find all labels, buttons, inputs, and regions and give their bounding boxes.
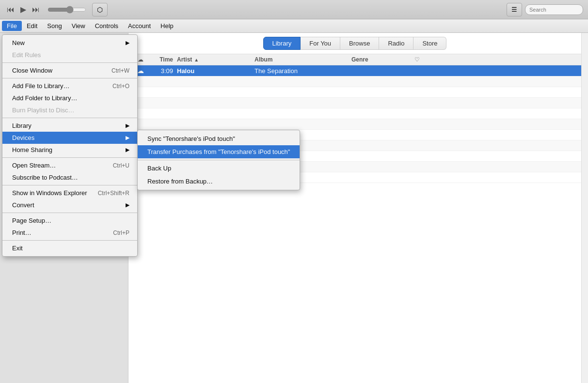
row-album: The Separation: [254, 67, 351, 75]
table-row-empty-1: [128, 77, 581, 87]
volume-slider[interactable]: [48, 6, 86, 14]
table-row[interactable]: ☁ 3:09 Halou The Separation: [128, 65, 581, 77]
header-heart: ♡: [410, 56, 424, 63]
menu-open-stream[interactable]: Open Stream… Ctrl+U: [2, 159, 137, 171]
sep1: [2, 62, 137, 63]
row-artist: Halou: [177, 67, 254, 75]
transport-controls: ⏮ ▶ ⏭ ⬡: [5, 3, 108, 16]
add-file-shortcut: Ctrl+O: [112, 83, 129, 90]
menu-subscribe-podcast[interactable]: Subscribe to Podcast…: [2, 171, 137, 184]
new-arrow: ▶: [126, 40, 129, 46]
menu-burn-playlist: Burn Playlist to Disc…: [2, 104, 137, 116]
tab-for-you[interactable]: For You: [301, 37, 340, 50]
menu-close-window[interactable]: Close Window Ctrl+W: [2, 64, 137, 77]
play-button[interactable]: ▶: [18, 4, 28, 15]
sort-arrow-artist: ▲: [194, 57, 199, 62]
convert-arrow: ▶: [126, 202, 129, 208]
content-area: Library For You Browse Radio Store ☁ Tim…: [128, 33, 581, 383]
devices-submenu: Sync "Tenorshare's iPod touch" Transfer …: [137, 130, 300, 190]
menu-item-controls[interactable]: Controls: [90, 21, 123, 31]
sep7: [2, 240, 137, 241]
header-genre[interactable]: Genre: [351, 56, 410, 63]
search-input[interactable]: [525, 4, 583, 15]
title-bar: ⏮ ▶ ⏭ ⬡ ☰: [0, 0, 588, 19]
tab-browse[interactable]: Browse: [340, 37, 379, 50]
scrollbar[interactable]: [581, 33, 588, 383]
sep4: [2, 157, 137, 158]
list-view-button[interactable]: ☰: [507, 3, 522, 16]
open-stream-shortcut: Ctrl+U: [113, 162, 129, 169]
rewind-button[interactable]: ⏮: [5, 4, 16, 15]
sep3: [2, 118, 137, 118]
menu-page-setup[interactable]: Page Setup…: [2, 214, 137, 227]
menu-item-view[interactable]: View: [67, 21, 90, 31]
menu-devices[interactable]: Devices ▶ Sync "Tenorshare's iPod touch"…: [2, 132, 137, 144]
menu-print[interactable]: Print… Ctrl+P: [2, 227, 137, 239]
menu-item-file[interactable]: File New ▶ Edit Rules Close Window Ctrl+…: [2, 21, 22, 31]
home-sharing-arrow: ▶: [126, 147, 129, 153]
table-header: ☁ Time Artist ▲ Album Genre ♡: [128, 54, 581, 65]
forward-button[interactable]: ⏭: [30, 4, 42, 15]
menu-library[interactable]: Library ▶: [2, 120, 137, 132]
menu-item-account[interactable]: Account: [123, 21, 156, 31]
file-dropdown: New ▶ Edit Rules Close Window Ctrl+W Add…: [2, 34, 138, 257]
table-row-empty-3: [128, 98, 581, 108]
menu-bar: File New ▶ Edit Rules Close Window Ctrl+…: [0, 19, 588, 33]
right-controls: ☰: [507, 3, 583, 16]
tab-store[interactable]: Store: [413, 37, 446, 50]
menu-edit-rules: Edit Rules: [2, 49, 137, 61]
menu-exit[interactable]: Exit: [2, 242, 137, 254]
sep5: [2, 185, 137, 185]
menu-add-folder[interactable]: Add Folder to Library…: [2, 92, 137, 104]
submenu-transfer[interactable]: Transfer Purchases from "Tenorshare's iP…: [138, 145, 300, 158]
header-artist[interactable]: Artist ▲: [177, 56, 254, 63]
tab-library[interactable]: Library: [263, 37, 301, 50]
header-time[interactable]: Time: [148, 56, 177, 63]
menu-show-explorer[interactable]: Show in Windows Explorer Ctrl+Shift+R: [2, 187, 137, 199]
menu-item-help[interactable]: Help: [156, 21, 178, 31]
row-time: 3:09: [148, 67, 177, 75]
nav-tabs: Library For You Browse Radio Store: [128, 33, 581, 54]
menu-convert[interactable]: Convert ▶: [2, 199, 137, 211]
devices-arrow: ▶: [126, 135, 129, 141]
submenu-sep: [138, 160, 300, 160]
submenu-backup[interactable]: Back Up: [138, 162, 300, 175]
sep6: [2, 213, 137, 213]
close-window-shortcut: Ctrl+W: [111, 67, 129, 74]
menu-item-edit[interactable]: Edit: [22, 21, 42, 31]
sep2: [2, 78, 137, 78]
table-row-empty-2: [128, 87, 581, 98]
tab-radio[interactable]: Radio: [379, 37, 413, 50]
submenu-restore[interactable]: Restore from Backup…: [138, 175, 300, 188]
print-shortcut: Ctrl+P: [113, 230, 129, 236]
table-row-empty-5: [128, 119, 581, 130]
library-arrow: ▶: [126, 123, 129, 129]
submenu-sync[interactable]: Sync "Tenorshare's iPod touch": [138, 132, 300, 145]
header-album[interactable]: Album: [254, 56, 351, 63]
airplay-button[interactable]: ⬡: [92, 3, 108, 16]
show-explorer-shortcut: Ctrl+Shift+R: [98, 190, 129, 197]
menu-home-sharing[interactable]: Home Sharing ▶: [2, 144, 137, 156]
menu-add-file[interactable]: Add File to Library… Ctrl+O: [2, 80, 137, 92]
menu-item-song[interactable]: Song: [42, 21, 66, 31]
table-row-empty-4: [128, 108, 581, 119]
menu-new[interactable]: New ▶: [2, 37, 137, 49]
